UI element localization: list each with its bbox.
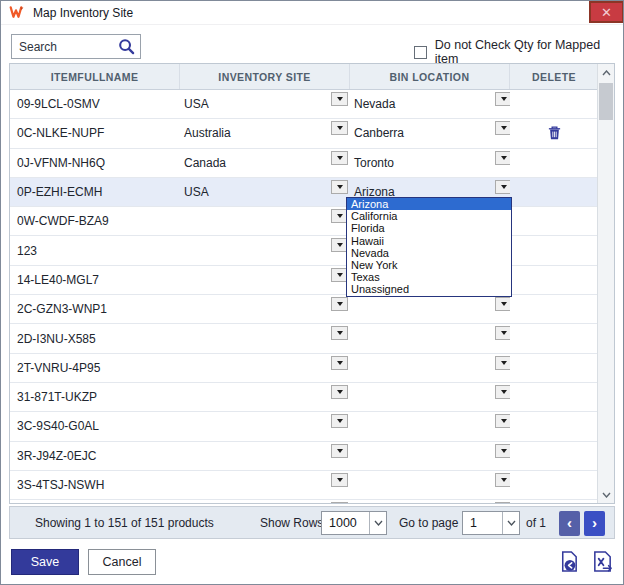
dropdown-item[interactable]: Texas [347,271,511,283]
total-pages-label: of 1 [526,516,546,530]
site-dropdown-arrow-icon[interactable] [331,92,348,106]
caret-down-icon [501,302,507,306]
site-dropdown-arrow-icon[interactable] [331,151,348,165]
map-inventory-site-dialog: Map Inventory Site ✕ Do not Check Qty fo… [0,0,624,585]
delete-cell [510,412,598,440]
caret-down-icon [337,449,343,453]
delete-cell [510,500,598,503]
close-icon[interactable]: ✕ [589,1,624,23]
bin-dropdown-arrow-icon[interactable] [495,502,510,503]
site-cell: USA [180,90,350,118]
delete-cell [510,442,598,470]
bin-cell [350,471,510,499]
item-cell: 0P-EZHI-ECMH [10,178,180,206]
search-icon[interactable] [118,38,135,55]
site-dropdown-arrow-icon[interactable] [331,414,348,428]
page-select[interactable]: 1 [462,511,520,535]
caret-down-icon [337,126,343,130]
previous-page-button[interactable]: ‹ [559,511,580,536]
show-rows-value: 1000 [322,512,369,534]
site-cell [180,471,350,499]
bin-dropdown-arrow-icon[interactable] [495,473,510,487]
table-row: 2C-GZN3-WNP1 [10,295,598,324]
bin-dropdown-arrow-icon[interactable] [495,414,510,428]
scroll-up-icon[interactable] [598,64,614,81]
do-not-check-qty-label: Do not Check Qty for Mapped item [435,38,623,66]
caret-down-icon [501,419,507,423]
delete-cell [510,295,598,323]
caret-down-icon [337,97,343,101]
page-value: 1 [463,512,502,534]
table-body: 09-9LCL-0SMVUSANevada0C-NLKE-NUPFAustral… [10,90,598,503]
site-cell [180,500,350,503]
bin-dropdown-arrow-icon[interactable] [495,92,510,106]
cancel-button[interactable]: Cancel [88,549,156,575]
site-cell: USA [180,178,350,206]
item-cell: 0C-NLKE-NUPF [10,119,180,147]
bin-dropdown-arrow-icon[interactable] [495,444,510,458]
bin-dropdown-arrow-icon[interactable] [495,385,510,399]
caret-down-icon [501,331,507,335]
show-rows-select[interactable]: 1000 [321,511,387,535]
search-box [11,34,141,59]
scrollbar-thumb[interactable] [599,83,613,120]
site-dropdown-arrow-icon[interactable] [331,180,348,194]
delete-cell [510,471,598,499]
delete-icon[interactable] [546,125,562,142]
table-row: 2D-I3NU-X585 [10,324,598,353]
bin-location-dropdown-list: ArizonaCaliforniaFloridaHawaiiNevadaNew … [346,197,512,297]
bin-cell [350,500,510,503]
delete-cell [510,119,598,147]
bin-cell: Canberra [350,119,510,147]
bin-dropdown-arrow-icon[interactable] [495,297,510,311]
caret-down-icon [501,478,507,482]
bin-dropdown-arrow-icon[interactable] [495,326,510,340]
bin-dropdown-arrow-icon[interactable] [495,180,510,194]
dropdown-item[interactable]: Nevada [347,247,511,259]
table-row: 0C-NLKE-NUPFAustraliaCanberra [10,119,598,148]
delete-cell [510,266,598,294]
save-button[interactable]: Save [11,549,79,575]
delete-cell [510,207,598,235]
export-excel-icon[interactable] [591,550,614,573]
qty-checkbox-group: Do not Check Qty for Mapped item [414,38,623,66]
site-cell [180,383,350,411]
vertical-scrollbar[interactable] [597,64,614,503]
bin-dropdown-arrow-icon[interactable] [495,121,510,135]
do-not-check-qty-checkbox[interactable] [414,46,427,59]
dropdown-item[interactable]: Unassigned [347,283,511,295]
site-dropdown-arrow-icon[interactable] [331,473,348,487]
dropdown-item[interactable]: California [347,210,511,222]
site-dropdown-arrow-icon[interactable] [331,444,348,458]
next-page-button[interactable]: › [584,511,605,536]
pagination-bar: Showing 1 to 151 of 151 products Show Ro… [9,506,615,539]
site-dropdown-arrow-icon[interactable] [331,502,348,503]
table-row: 31-871T-UKZP [10,383,598,412]
caret-down-icon [337,302,343,306]
bin-cell: Nevada [350,90,510,118]
dropdown-item[interactable]: Hawaii [347,235,511,247]
site-cell [180,324,350,352]
delete-cell [510,383,598,411]
dropdown-item[interactable]: New York [347,259,511,271]
table-row: 2T-VNRU-4P95 [10,354,598,383]
app-logo-icon [9,5,26,20]
site-dropdown-arrow-icon[interactable] [331,297,348,311]
caret-down-icon [337,390,343,394]
dropdown-item[interactable]: Florida [347,222,511,234]
scroll-down-icon[interactable] [598,486,614,503]
item-cell [10,500,180,503]
site-dropdown-arrow-icon[interactable] [331,121,348,135]
site-cell: Canada [180,149,350,177]
item-cell: 123 [10,236,180,264]
bin-dropdown-arrow-icon[interactable] [495,356,510,370]
sync-document-icon[interactable] [557,550,580,573]
caret-down-icon [501,97,507,101]
delete-cell [510,324,598,352]
site-dropdown-arrow-icon[interactable] [331,356,348,370]
site-dropdown-arrow-icon[interactable] [331,385,348,399]
dropdown-item[interactable]: Arizona [347,198,511,210]
site-dropdown-arrow-icon[interactable] [331,326,348,340]
site-cell [180,442,350,470]
bin-dropdown-arrow-icon[interactable] [495,151,510,165]
